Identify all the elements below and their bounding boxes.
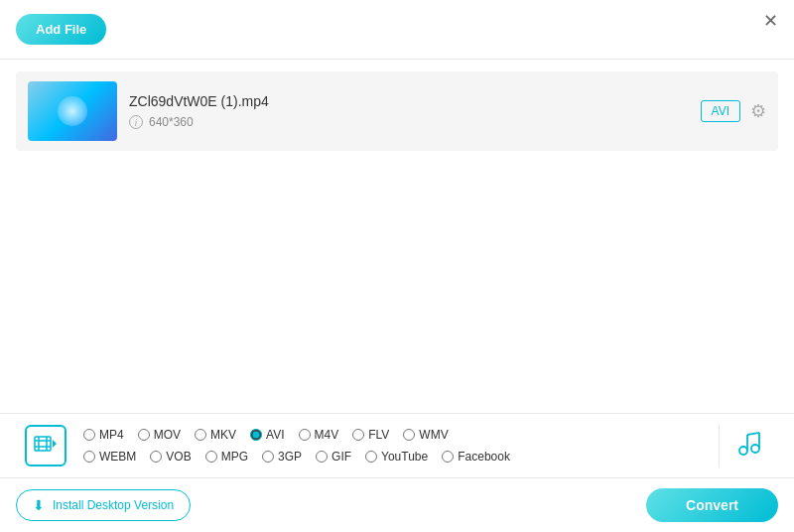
music-icon bbox=[735, 429, 763, 463]
format-option-wmv[interactable]: WMV bbox=[403, 428, 448, 442]
radio-mov[interactable] bbox=[138, 429, 150, 441]
svg-marker-5 bbox=[53, 440, 57, 448]
format-option-mpg[interactable]: MPG bbox=[205, 450, 248, 464]
format-option-facebook[interactable]: Facebook bbox=[442, 450, 510, 464]
format-options-grid: MP4 MOV MKV AVI M4V bbox=[75, 424, 719, 467]
radio-mpg[interactable] bbox=[205, 451, 217, 463]
radio-webm[interactable] bbox=[83, 451, 95, 463]
format-label-flv: FLV bbox=[368, 428, 389, 442]
svg-point-6 bbox=[739, 447, 747, 455]
radio-mkv[interactable] bbox=[195, 429, 206, 441]
format-label-mov: MOV bbox=[154, 428, 181, 442]
format-label-avi: AVI bbox=[266, 428, 284, 442]
svg-line-10 bbox=[747, 433, 759, 435]
format-label-youtube: YouTube bbox=[381, 450, 428, 464]
file-actions: AVI ⚙ bbox=[701, 100, 766, 122]
install-desktop-button[interactable]: ⬇ Install Desktop Version bbox=[16, 489, 191, 521]
format-option-3gp[interactable]: 3GP bbox=[262, 450, 302, 464]
action-bar: ⬇ Install Desktop Version Convert bbox=[0, 477, 794, 532]
format-option-mov[interactable]: MOV bbox=[138, 428, 181, 442]
radio-gif[interactable] bbox=[316, 451, 328, 463]
video-format-icon bbox=[25, 425, 66, 466]
file-item: ZCl69dVtW0E (1).mp4 i 640*360 AVI ⚙ bbox=[16, 71, 778, 151]
close-button[interactable]: ✕ bbox=[763, 12, 778, 30]
file-meta: i 640*360 bbox=[129, 115, 689, 129]
radio-m4v[interactable] bbox=[299, 429, 311, 441]
install-label: Install Desktop Version bbox=[53, 498, 174, 512]
format-label-facebook: Facebook bbox=[458, 450, 510, 464]
format-option-gif[interactable]: GIF bbox=[316, 450, 351, 464]
format-label-mp4: MP4 bbox=[99, 428, 124, 442]
audio-icon-area[interactable] bbox=[719, 424, 778, 467]
radio-3gp[interactable] bbox=[262, 451, 274, 463]
video-icon-area[interactable] bbox=[16, 424, 75, 467]
format-option-avi[interactable]: AVI bbox=[250, 428, 284, 442]
svg-point-7 bbox=[751, 445, 759, 453]
format-label-webm: WEBM bbox=[99, 450, 136, 464]
format-selector: MP4 MOV MKV AVI M4V bbox=[0, 414, 794, 477]
format-badge[interactable]: AVI bbox=[701, 100, 740, 122]
svg-rect-0 bbox=[35, 437, 51, 451]
format-option-mp4[interactable]: MP4 bbox=[83, 428, 124, 442]
settings-icon[interactable]: ⚙ bbox=[750, 100, 766, 122]
top-bar: Add File ✕ bbox=[0, 0, 794, 60]
file-resolution: 640*360 bbox=[149, 115, 194, 129]
format-label-wmv: WMV bbox=[419, 428, 448, 442]
radio-facebook[interactable] bbox=[442, 451, 454, 463]
format-label-vob: VOB bbox=[166, 450, 191, 464]
radio-wmv[interactable] bbox=[403, 429, 415, 441]
convert-button[interactable]: Convert bbox=[646, 488, 778, 522]
format-option-flv[interactable]: FLV bbox=[352, 428, 389, 442]
format-label-m4v: M4V bbox=[315, 428, 339, 442]
radio-vob[interactable] bbox=[150, 451, 162, 463]
download-icon: ⬇ bbox=[33, 497, 45, 513]
format-label-3gp: 3GP bbox=[278, 450, 302, 464]
info-icon: i bbox=[129, 115, 143, 129]
file-thumbnail bbox=[28, 81, 117, 141]
radio-flv[interactable] bbox=[352, 429, 364, 441]
format-option-webm[interactable]: WEBM bbox=[83, 450, 136, 464]
format-option-mkv[interactable]: MKV bbox=[195, 428, 236, 442]
bottom-panel: MP4 MOV MKV AVI M4V bbox=[0, 413, 794, 532]
radio-avi[interactable] bbox=[250, 429, 262, 441]
format-label-gif: GIF bbox=[331, 450, 351, 464]
file-list: ZCl69dVtW0E (1).mp4 i 640*360 AVI ⚙ bbox=[0, 60, 794, 163]
format-option-youtube[interactable]: YouTube bbox=[365, 450, 428, 464]
format-option-m4v[interactable]: M4V bbox=[299, 428, 339, 442]
radio-mp4[interactable] bbox=[83, 429, 95, 441]
add-file-button[interactable]: Add File bbox=[16, 14, 106, 45]
file-info: ZCl69dVtW0E (1).mp4 i 640*360 bbox=[129, 93, 689, 129]
format-option-vob[interactable]: VOB bbox=[150, 450, 191, 464]
file-name: ZCl69dVtW0E (1).mp4 bbox=[129, 93, 689, 109]
format-label-mpg: MPG bbox=[221, 450, 248, 464]
radio-youtube[interactable] bbox=[365, 451, 377, 463]
format-label-mkv: MKV bbox=[210, 428, 236, 442]
